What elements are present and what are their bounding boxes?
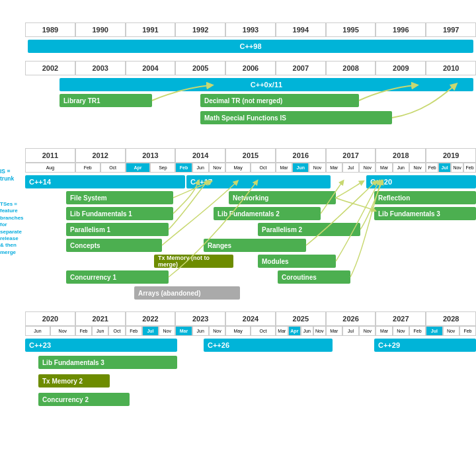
month-apr-2025: Apr bbox=[288, 326, 301, 336]
year-2018: 2018 bbox=[376, 148, 426, 163]
bar-library-tr1: Library TR1 bbox=[60, 94, 152, 107]
month-mar-2023: Mar bbox=[175, 326, 192, 336]
month-feb-2012: Feb bbox=[75, 163, 100, 173]
month-nov-2028: Nov bbox=[443, 326, 459, 336]
year-1990: 1990 bbox=[75, 22, 126, 37]
month-nov-2019: Nov bbox=[451, 163, 463, 173]
year-2005: 2005 bbox=[175, 61, 225, 75]
side-label-is-trunk: IS = trunk bbox=[0, 168, 24, 183]
bar-concurrency1: Concurrency 1 bbox=[66, 270, 169, 284]
month-mar-2025: Mar bbox=[276, 326, 288, 336]
month-jun-2027: Nov bbox=[393, 326, 409, 336]
bar-cpp14: C++14 bbox=[25, 175, 185, 188]
month-jun-2021: Jun bbox=[92, 326, 108, 336]
year-2008: 2008 bbox=[326, 61, 376, 75]
year-2025: 2025 bbox=[276, 311, 326, 326]
year-2016: 2016 bbox=[276, 148, 326, 163]
years-and-bars-4: 2020 2021 2022 2023 2024 2025 2026 2027 … bbox=[25, 311, 476, 430]
month-oct-2012: Oct bbox=[100, 163, 126, 173]
section3: IS = trunk TSes = featurebranches forsep… bbox=[0, 148, 476, 306]
year-2023: 2023 bbox=[175, 311, 225, 326]
month-jul-2026: Jul bbox=[342, 326, 359, 336]
bar-libfund2: Lib Fundamentals 2 bbox=[214, 207, 321, 220]
year-2028: 2028 bbox=[426, 311, 476, 326]
bar-txmemory: Tx Memory (not to merge) bbox=[154, 255, 233, 268]
year-2017: 2017 bbox=[326, 148, 376, 163]
year-2019: 2019 bbox=[426, 148, 476, 163]
bar-cpp26: C++26 bbox=[204, 339, 333, 352]
month-mar-2016: Mar bbox=[276, 163, 292, 173]
years-and-bars-3: 2011 2012 2013 2014 2015 2016 2017 2018 … bbox=[25, 148, 476, 306]
month-nov-2016: Nov bbox=[309, 163, 325, 173]
bar-ranges: Ranges bbox=[204, 239, 306, 252]
year-1989: 1989 bbox=[25, 22, 75, 37]
year-1997: 1997 bbox=[426, 22, 476, 37]
month-mar-2026: Mar bbox=[326, 326, 342, 336]
month-jun-2020: Jun bbox=[25, 326, 50, 336]
year-2010: 2010 bbox=[426, 61, 476, 75]
month-nov-2023: Nov bbox=[209, 326, 225, 336]
month-feb-2021: Feb bbox=[75, 326, 92, 336]
month-mar-2017: Mar bbox=[326, 163, 342, 173]
year-2009: 2009 bbox=[376, 61, 426, 75]
month-feb-2028: Feb bbox=[459, 326, 476, 336]
month-jul-2019: Jul bbox=[438, 163, 451, 173]
section4: 2020 2021 2022 2023 2024 2025 2026 2027 … bbox=[0, 311, 476, 430]
year-2027: 2027 bbox=[376, 311, 426, 326]
month-nov-2026: Nov bbox=[359, 326, 376, 336]
month-aug-2011: Aug bbox=[25, 163, 75, 173]
month-jun-2018: Jun bbox=[393, 163, 409, 173]
month-oct-2015: Oct bbox=[251, 163, 276, 173]
section2: 2002 2003 2004 2005 2006 2007 2008 2009 … bbox=[0, 61, 476, 143]
timeline-container: 1989 1990 1991 1992 1993 1994 1995 1996 … bbox=[0, 0, 476, 438]
bar-arrays: Arrays (abandoned) bbox=[134, 286, 240, 300]
bar-parallelism1: Parallelism 1 bbox=[66, 223, 169, 236]
year-2006: 2006 bbox=[225, 61, 276, 75]
month-jul-2028: Jul bbox=[426, 326, 442, 336]
month-nov-2018: Nov bbox=[409, 163, 426, 173]
month-feb-2019b: Feb bbox=[463, 163, 476, 173]
year-2002: 2002 bbox=[25, 61, 75, 75]
years-and-bars-2: 2002 2003 2004 2005 2006 2007 2008 2009 … bbox=[25, 61, 476, 143]
month-nov-2025: Nov bbox=[313, 326, 326, 336]
bar-modules: Modules bbox=[258, 255, 336, 268]
year-1995: 1995 bbox=[326, 22, 376, 37]
year-1994: 1994 bbox=[276, 22, 326, 37]
month-feb-2022: Feb bbox=[126, 326, 142, 336]
month-apr-2013: Apr bbox=[126, 163, 151, 173]
month-feb-2014: Feb bbox=[175, 163, 192, 173]
year-2007: 2007 bbox=[276, 61, 326, 75]
month-nov-2017: Nov bbox=[359, 163, 376, 173]
bar-cpp23: C++23 bbox=[25, 339, 177, 352]
month-jun-2023: Jun bbox=[192, 326, 209, 336]
year-1991: 1991 bbox=[126, 22, 176, 37]
bar-txmemory2: Tx Memory 2 bbox=[38, 374, 110, 388]
bar-math-special: Math Special Functions IS bbox=[200, 111, 392, 124]
year-2003: 2003 bbox=[75, 61, 126, 75]
year-2011: 2011 bbox=[25, 148, 75, 163]
month-jul-2017: Jul bbox=[342, 163, 359, 173]
month-nov-2020: Nov bbox=[50, 326, 75, 336]
bar-libfund3: Lib Fundamentals 3 bbox=[374, 207, 476, 220]
years-and-bars-1: 1989 1990 1991 1992 1993 1994 1995 1996 … bbox=[25, 22, 476, 56]
month-sep-2013: Sep bbox=[150, 163, 175, 173]
month-nov-2022: Nov bbox=[159, 326, 175, 336]
bar-coroutines: Coroutines bbox=[278, 270, 350, 284]
bar-decimal-tr: Decimal TR (not merged) bbox=[200, 94, 359, 107]
year-2014: 2014 bbox=[175, 148, 225, 163]
month-may-2024: May bbox=[225, 326, 251, 336]
bar-libfund1: Lib Fundamentals 1 bbox=[66, 207, 173, 220]
bar-filesystem: File System bbox=[66, 191, 173, 204]
bar-cpp17: C++17 bbox=[186, 175, 331, 188]
year-2013: 2013 bbox=[126, 148, 176, 163]
year-1993: 1993 bbox=[225, 22, 276, 37]
month-oct-2024: Oct bbox=[251, 326, 276, 336]
month-jun-2016: Jun bbox=[292, 163, 309, 173]
month-jun-2025: Jun bbox=[301, 326, 313, 336]
year-2026: 2026 bbox=[326, 311, 376, 326]
bar-cpp20: C++20 bbox=[366, 175, 476, 188]
bar-cpp0x11: C++0x/11 bbox=[60, 78, 473, 91]
section1: 1989 1990 1991 1992 1993 1994 1995 1996 … bbox=[0, 8, 476, 56]
bar-networking: Networking bbox=[229, 191, 336, 204]
year-row-1 bbox=[25, 8, 476, 22]
